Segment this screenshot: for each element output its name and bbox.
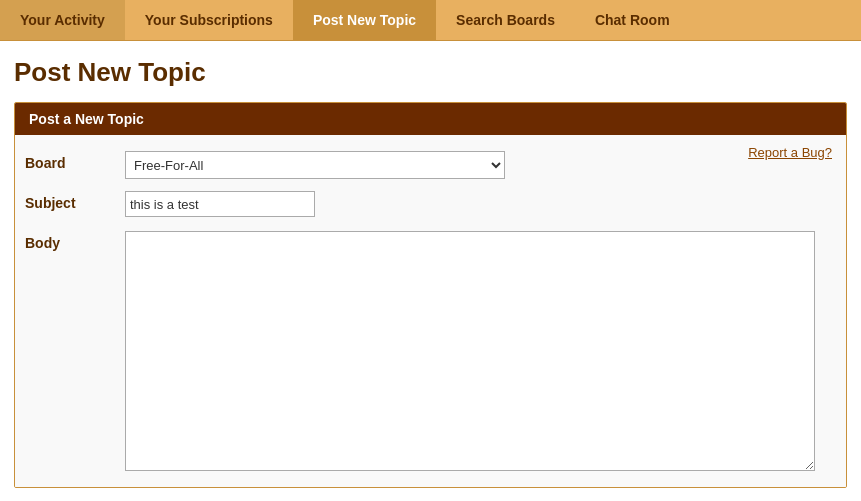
- subject-field: [125, 191, 836, 217]
- nav-item-your-activity[interactable]: Your Activity: [0, 0, 125, 40]
- body-row: Body: [15, 223, 846, 477]
- navigation-bar: Your Activity Your Subscriptions Post Ne…: [0, 0, 861, 41]
- body-field: [125, 231, 836, 471]
- card-header-label: Post a New Topic: [29, 111, 144, 127]
- page-title: Post New Topic: [14, 57, 847, 88]
- nav-item-post-new-topic[interactable]: Post New Topic: [293, 0, 436, 40]
- report-bug-link[interactable]: Report a Bug?: [748, 145, 832, 160]
- board-label: Board: [25, 151, 125, 171]
- page-content: Post New Topic Post a New Topic Report a…: [0, 41, 861, 501]
- post-new-topic-card: Post a New Topic Report a Bug? Board Fre…: [14, 102, 847, 488]
- board-field: Free-For-All: [125, 151, 836, 179]
- nav-item-chat-room[interactable]: Chat Room: [575, 0, 690, 40]
- card-body: Report a Bug? Board Free-For-All Subject: [15, 135, 846, 487]
- body-label: Body: [25, 231, 125, 251]
- board-row: Board Free-For-All: [15, 145, 846, 185]
- nav-item-your-subscriptions[interactable]: Your Subscriptions: [125, 0, 293, 40]
- card-header: Post a New Topic: [15, 103, 846, 135]
- nav-item-search-boards[interactable]: Search Boards: [436, 0, 575, 40]
- body-textarea[interactable]: [125, 231, 815, 471]
- subject-input[interactable]: [125, 191, 315, 217]
- board-select[interactable]: Free-For-All: [125, 151, 505, 179]
- subject-label: Subject: [25, 191, 125, 211]
- subject-row: Subject: [15, 185, 846, 223]
